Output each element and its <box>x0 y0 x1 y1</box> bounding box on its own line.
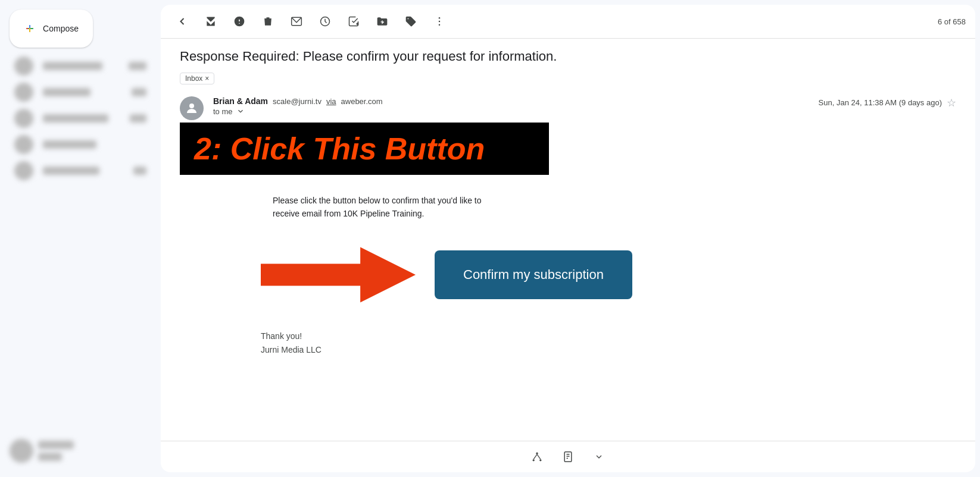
email-toolbar: 6 of 658 <box>161 5 975 39</box>
dropdown-icon[interactable] <box>236 107 245 115</box>
label-button[interactable] <box>399 10 423 33</box>
svg-point-8 <box>239 23 240 24</box>
email-bottom-bar <box>161 441 975 472</box>
tag-close-icon[interactable]: × <box>205 74 209 83</box>
email-tags: Inbox × <box>180 73 956 84</box>
delete-button[interactable] <box>256 10 280 33</box>
mark-unread-button[interactable] <box>285 10 308 33</box>
svg-point-15 <box>439 17 441 19</box>
annotation-banner: 2: Click This Button <box>180 123 549 175</box>
bottom-icon-1[interactable] <box>526 446 548 467</box>
arrow-icon <box>261 239 416 310</box>
star-button[interactable]: ☆ <box>947 96 956 109</box>
svg-point-16 <box>439 21 441 23</box>
sender-via: via <box>326 97 336 106</box>
sender-email: scale@jurni.tv <box>273 97 322 106</box>
svg-point-17 <box>439 24 441 26</box>
back-button[interactable] <box>170 10 194 33</box>
sidebar: Compose <box>0 0 161 477</box>
svg-line-24 <box>537 454 541 459</box>
sender-line: Brian & Adam scale@jurni.tv via aweber.c… <box>213 96 809 106</box>
to-line: to me <box>213 107 809 116</box>
email-body: 2: Click This Button Please click the bu… <box>213 134 956 357</box>
email-date-area: Sun, Jan 24, 11:38 AM (9 days ago) ☆ <box>819 96 956 109</box>
snooze-button[interactable] <box>313 10 337 33</box>
sidebar-item-2[interactable] <box>5 81 156 103</box>
bottom-icon-2[interactable] <box>557 446 579 467</box>
email-subject: Response Required: Please confirm your r… <box>180 48 956 65</box>
email-header: Brian & Adam scale@jurni.tv via aweber.c… <box>180 96 956 120</box>
email-body-text: Please click the button below to confirm… <box>273 194 956 221</box>
move-to-button[interactable] <box>370 10 394 33</box>
inbox-tag-label: Inbox <box>185 74 202 83</box>
email-meta: Brian & Adam scale@jurni.tv via aweber.c… <box>213 96 809 116</box>
confirm-btn-container: Confirm my subscription <box>261 239 956 310</box>
archive-button[interactable] <box>199 10 223 33</box>
email-main: 6 of 658 Response Required: Please confi… <box>161 5 975 472</box>
sidebar-nav <box>0 55 161 186</box>
annotation-container: 2: Click This Button Please click the bu… <box>213 134 956 357</box>
svg-line-23 <box>533 454 537 459</box>
svg-marker-19 <box>261 247 416 303</box>
compose-button[interactable]: Compose <box>10 10 93 48</box>
more-button[interactable] <box>427 10 451 33</box>
svg-point-18 <box>189 103 194 108</box>
svg-rect-25 <box>564 452 572 462</box>
sender-via-service: aweber.com <box>341 97 383 106</box>
add-task-button[interactable] <box>342 10 366 33</box>
thank-you-line1: Thank you! <box>261 331 302 341</box>
email-count: 6 of 658 <box>938 17 966 26</box>
compose-plus-icon <box>24 19 36 38</box>
sidebar-item-3[interactable] <box>5 107 156 130</box>
bottom-icon-3[interactable] <box>588 446 610 467</box>
svg-point-14 <box>408 18 409 20</box>
svg-point-21 <box>533 459 535 461</box>
thank-you-text: Thank you! Jurni Media LLC <box>261 329 956 356</box>
svg-point-22 <box>539 459 541 461</box>
sidebar-item-1[interactable] <box>5 55 156 77</box>
to-me-label: to me <box>213 107 233 116</box>
sender-name: Brian & Adam <box>213 96 268 106</box>
sidebar-item-4[interactable] <box>5 133 156 156</box>
email-view: Response Required: Please confirm your r… <box>161 39 975 441</box>
confirm-subscription-button[interactable]: Confirm my subscription <box>435 250 632 299</box>
company-name: Jurni Media LLC <box>261 345 322 354</box>
report-button[interactable] <box>227 10 251 33</box>
compose-label: Compose <box>43 24 79 33</box>
sidebar-item-5[interactable] <box>5 159 156 182</box>
annotation-text: 2: Click This Button <box>194 131 485 166</box>
sender-avatar <box>180 96 204 120</box>
email-date: Sun, Jan 24, 11:38 AM (9 days ago) <box>819 98 942 107</box>
inbox-tag[interactable]: Inbox × <box>180 73 214 84</box>
svg-point-20 <box>536 453 538 454</box>
